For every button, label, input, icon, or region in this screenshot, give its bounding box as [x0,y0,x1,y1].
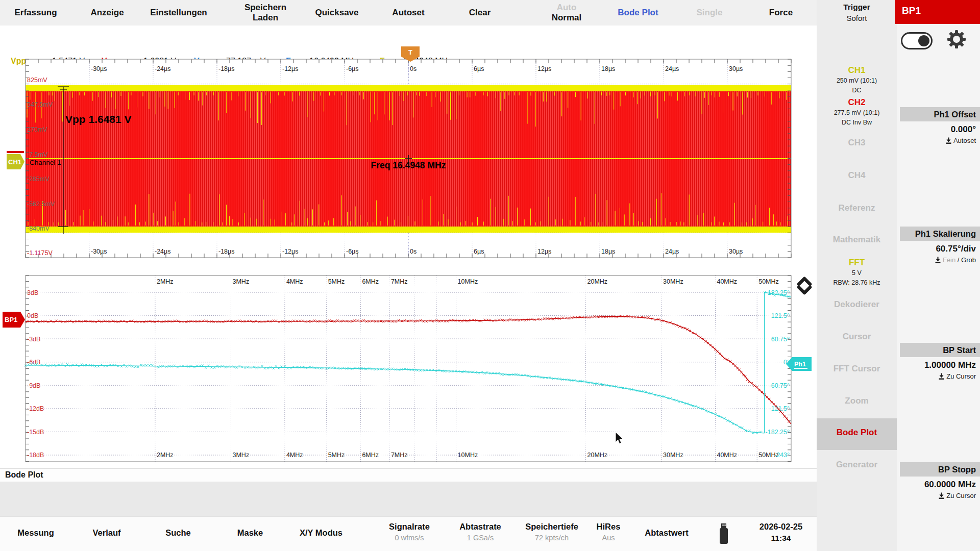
voltage-tick-label: 825mV [27,77,47,84]
time-tick-label: -12µs [282,248,299,255]
menu-item-clear[interactable]: Clear [469,0,491,26]
sidebar-item-sub: 250 mV (10:1) [817,77,897,84]
sidebar-item-sub: 5 V [817,269,897,277]
voltage-tick-label: -840mV [27,225,50,232]
setting-header-ph1-skalierung[interactable]: Ph1 Skalierung [900,227,980,241]
status-item-2026-02-25[interactable]: 2026-02-2511:34 [760,522,802,543]
voltage-tick-label: -7.5mV [27,151,48,158]
sidebar-item-ch1[interactable]: CH1 [817,65,897,76]
settings-panel: BP1 Ph1 Offset0.000°AutosetPh1 Skalierun… [897,0,980,551]
menu-item-label: Laden [253,13,278,23]
svg-text:BP1: BP1 [5,316,17,323]
time-tick-label: -6µs [346,65,359,72]
menu-item-autoset[interactable]: Autoset [392,0,424,26]
menu-item-bode-plot[interactable]: Bode Plot [618,0,658,26]
freq-tick-label: 50MHz [758,278,779,285]
voltage-tick-label: -1.1175V [27,249,53,257]
setting-header-ph1-offset[interactable]: Ph1 Offset [900,107,980,121]
menu-item-label: Speichern [244,3,286,13]
ch2-level-indicator[interactable] [7,151,24,153]
menu-item-anzeige[interactable]: Anzeige [90,0,124,26]
setting-header-bp-stopp[interactable]: BP Stopp [900,462,980,477]
status-item-suche[interactable]: Suche [165,528,191,538]
trigger-title[interactable]: Trigger [817,3,897,12]
menu-item-einstellungen[interactable]: Einstellungen [150,0,207,26]
usb-icon[interactable] [717,523,731,547]
sidebar-item-dekodierer[interactable]: Dekodierer [817,299,897,310]
trigger-mode[interactable]: Sofort [817,14,897,22]
time-tick-label: -18µs [218,248,235,255]
time-tick-label: 0s [410,65,416,72]
bode-panel-title: Bode Plot [5,470,43,480]
sidebar-item-bode-plot[interactable]: Bode Plot [817,428,897,438]
sidebar-item-zoom[interactable]: Zoom [817,396,897,406]
sidebar-item-ch2[interactable]: CH2 [817,97,897,108]
setting-value-ph1-skalierung[interactable]: 60.75°/div [897,244,976,254]
bode-title-bar: Bode Plot [0,468,817,482]
sidebar-item-fft-cursor[interactable]: FFT Cursor [817,364,897,374]
set-to-icon [938,373,945,380]
setting-action-bp-stopp[interactable]: Zu Cursor [897,492,976,499]
bp1-enable-toggle[interactable] [901,32,933,49]
bode-plot: 2MHz2MHz3MHz3MHz4MHz4MHz5MHz5MHz6MHz6MHz… [3,276,812,462]
status-item-label: HiRes [597,522,621,532]
menu-item-force[interactable]: Force [769,0,793,26]
sidebar-item-referenz[interactable]: Referenz [817,203,897,213]
status-item-maske[interactable]: Maske [237,528,263,538]
bp1-tab[interactable]: BP1 [895,0,980,24]
time-tick-label: -30µs [91,248,107,255]
status-item-messung[interactable]: Messung [17,528,54,538]
setting-header-bp-start[interactable]: BP Start [900,343,980,357]
sidebar-item-mathematik[interactable]: Mathematik [817,235,897,245]
status-item-label: Abtastrate [459,522,501,532]
menu-item-single[interactable]: Single [696,0,722,26]
freq-tick-label: 40MHz [717,452,737,459]
setting-value-bp-stopp[interactable]: 60.0000 MHz [897,480,976,490]
time-tick-label: 24µs [665,65,679,72]
status-item-signalrate[interactable]: Signalrate0 wfms/s [389,522,430,542]
ch1-badge[interactable]: CH1 [7,154,24,169]
setting-action-ph1-skalierung[interactable]: Fein / Grob [897,256,976,264]
sidebar-item-sub: 277.5 mV (10:1) [817,109,897,116]
sidebar-item-ch4[interactable]: CH4 [817,170,897,181]
freq-tick-label: 10MHz [458,278,478,285]
status-item-speichertiefe[interactable]: Speichertiefe72 kpts/ch [525,522,578,542]
ch1-trace-bottom [26,226,791,233]
setting-value-bp-start[interactable]: 1.00000 MHz [897,360,976,370]
phase-tick-label: -182.25° [766,429,790,436]
menu-item-erfassung[interactable]: Erfassung [14,0,57,26]
status-item-hires[interactable]: HiResAus [597,522,621,542]
time-tick-label: -30µs [91,65,107,72]
status-item-verlauf[interactable]: Verlauf [92,528,120,538]
menu-item-quicksave[interactable]: Quicksave [315,0,358,26]
setting-action-ph1-offset[interactable]: Autoset [897,137,976,144]
setting-action-bp-start[interactable]: Zu Cursor [897,372,976,380]
set-to-icon [935,257,941,263]
setting-value-ph1-offset[interactable]: 0.000° [897,124,976,135]
phase-tick-label: 121.5° [771,312,790,319]
split-view-icon[interactable] [799,279,810,293]
sidebar-item-cursor[interactable]: Cursor [817,332,897,342]
status-item-x-y-modus[interactable]: X/Y Modus [300,528,342,538]
sidebar-item-ch3[interactable]: CH3 [817,138,897,148]
time-tick-label: 0s [410,248,416,255]
menu-item-label: Auto [557,3,577,13]
gear-icon[interactable] [947,30,966,49]
time-tick-label: -24µs [155,65,171,72]
status-item-abtastrate[interactable]: Abtastrate1 GSa/s [459,522,501,542]
sidebar-item-generator[interactable]: Generator [817,460,897,470]
status-item-abtastwert[interactable]: Abtastwert [645,528,688,538]
freq-tick-label: 2MHz [157,452,174,459]
status-item-label: Abtastwert [645,528,688,538]
oscilloscope-app: ErfassungAnzeigeEinstellungenSpeichernLa… [0,0,980,551]
phase-tick-label: -60.75° [769,382,790,389]
bp1-badge[interactable]: BP1 [3,312,25,328]
menu-item-label: Einstellungen [150,8,207,18]
menu-item-auto[interactable]: AutoNormal [552,0,582,26]
setting-action-label: Fein [943,256,955,264]
freq-tick-label: 7MHz [391,452,408,459]
menu-item-speichern[interactable]: SpeichernLaden [244,0,286,26]
svg-text:T: T [408,48,412,56]
phase-tick-label: 60.75° [771,336,790,343]
sidebar-item-fft[interactable]: FFT [817,258,897,268]
